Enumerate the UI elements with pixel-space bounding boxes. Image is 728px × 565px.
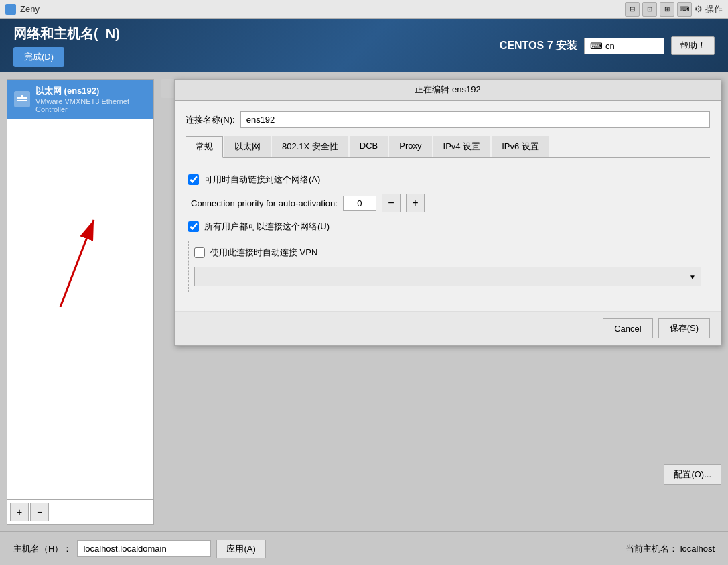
priority-label: Connection priority for auto-activation:	[191, 198, 338, 208]
sidebar-item-subtitle: VMware VMXNET3 Ethernet Controller	[35, 97, 147, 113]
remove-network-button[interactable]: −	[30, 503, 49, 521]
dialog-footer: Cancel 保存(S)	[175, 311, 721, 345]
tab-general-content: 可用时自动链接到这个网络(A) Connection priority for …	[186, 166, 710, 300]
auto-connect-label: 可用时自动链接到这个网络(A)	[204, 174, 320, 186]
keyboard-input[interactable]: ⌨ cn	[584, 38, 664, 54]
tabs: 常规 以太网 802.1X 安全性 DCB Proxy IP	[186, 136, 710, 158]
all-users-checkbox[interactable]	[188, 221, 199, 232]
priority-input[interactable]	[343, 196, 376, 211]
header-right: CENTOS 7 安装 ⌨ cn 帮助！	[500, 36, 715, 55]
vpn-checkbox[interactable]	[194, 247, 205, 258]
header-left: 网络和主机名(_N) 完成(D)	[13, 25, 120, 67]
sidebar-list: 以太网 (ens192) VMware VMXNET3 Ethernet Con…	[7, 79, 154, 499]
vpn-row: 使用此连接时自动连接 VPN	[194, 247, 701, 259]
titlebar-left: Zeny	[5, 4, 40, 15]
tab-8021x[interactable]: 802.1X 安全性	[272, 136, 348, 157]
svg-rect-0	[17, 100, 27, 101]
dialog-titlebar: 正在编辑 ens192	[175, 80, 721, 101]
ops-menu[interactable]: ⚙ 操作	[695, 3, 723, 15]
vpn-select[interactable]	[194, 267, 701, 286]
current-hostname-label: 当前主机名：	[626, 543, 678, 555]
fullscreen-button[interactable]: ⊞	[660, 2, 674, 17]
auto-connect-row: 可用时自动链接到这个网络(A)	[188, 174, 707, 186]
sidebar-item-info: 以太网 (ens192) VMware VMXNET3 Ethernet Con…	[35, 85, 147, 113]
keyboard-icon: ⌨	[590, 41, 603, 51]
svg-point-2	[21, 95, 23, 97]
app-title: Zeny	[20, 4, 40, 14]
hostname-section: 主机名（H）： 应用(A)	[13, 540, 266, 558]
keyboard-button[interactable]: ⌨	[677, 2, 692, 17]
minimize-button[interactable]: ⊟	[625, 2, 640, 17]
tab-ipv4[interactable]: IPv4 设置	[433, 136, 491, 157]
right-panel: 以太网 (ens192) 关闭 正在编辑 ens192 连接名称(N): 常规	[161, 79, 721, 525]
priority-row: Connection priority for auto-activation:…	[188, 194, 707, 212]
hostname-input[interactable]	[77, 540, 211, 557]
connection-name-label: 连接名称(N):	[186, 114, 235, 126]
bottom-bar: 主机名（H）： 应用(A) 当前主机名： localhost	[0, 531, 728, 565]
current-hostname: 当前主机名： localhost	[626, 543, 715, 555]
page-title: 网络和主机名(_N)	[13, 25, 120, 43]
sidebar-item-title: 以太网 (ens192)	[35, 85, 147, 97]
app-icon	[5, 4, 16, 15]
titlebar: Zeny ⊟ ⊡ ⊞ ⌨ ⚙ 操作	[0, 0, 728, 19]
titlebar-controls: ⊟ ⊡ ⊞ ⌨ ⚙ 操作	[625, 2, 723, 17]
config-button[interactable]: 配置(O)...	[664, 464, 721, 485]
edit-dialog: 正在编辑 ens192 连接名称(N): 常规 以太网	[174, 79, 721, 346]
sidebar-item-ens192[interactable]: 以太网 (ens192) VMware VMXNET3 Ethernet Con…	[7, 80, 153, 119]
config-area: 配置(O)...	[664, 464, 721, 485]
priority-increase-button[interactable]: +	[406, 194, 425, 212]
main-content: 以太网 (ens192) VMware VMXNET3 Ethernet Con…	[0, 72, 728, 531]
centos-label: CENTOS 7 安装	[500, 39, 577, 53]
top-header: 网络和主机名(_N) 完成(D) CENTOS 7 安装 ⌨ cn 帮助！	[0, 19, 728, 72]
all-users-row: 所有用户都可以连接这个网络(U)	[188, 221, 707, 233]
auto-connect-checkbox[interactable]	[188, 174, 199, 185]
sidebar-footer: + −	[7, 499, 154, 525]
connection-name-input[interactable]	[240, 111, 710, 128]
help-button[interactable]: 帮助！	[671, 36, 715, 55]
current-hostname-value: localhost	[680, 544, 715, 554]
all-users-label: 所有用户都可以连接这个网络(U)	[204, 221, 330, 233]
priority-decrease-button[interactable]: −	[382, 194, 401, 212]
tab-ethernet[interactable]: 以太网	[224, 136, 271, 157]
hostname-label: 主机名（H）：	[13, 543, 72, 555]
vpn-label: 使用此连接时自动连接 VPN	[210, 247, 317, 259]
tab-ipv6[interactable]: IPv6 设置	[492, 136, 549, 157]
add-network-button[interactable]: +	[10, 503, 29, 521]
vpn-dropdown	[194, 267, 701, 286]
sidebar: 以太网 (ens192) VMware VMXNET3 Ethernet Con…	[7, 79, 154, 525]
done-button[interactable]: 完成(D)	[13, 47, 64, 67]
cancel-button[interactable]: Cancel	[603, 318, 652, 338]
vpn-section: 使用此连接时自动连接 VPN	[188, 241, 707, 292]
dialog-body: 连接名称(N): 常规 以太网 802.1X 安全性 DCB	[175, 101, 721, 311]
save-button[interactable]: 保存(S)	[658, 318, 710, 338]
dialog-title: 正在编辑 ens192	[415, 84, 480, 95]
tab-proxy[interactable]: Proxy	[389, 136, 431, 157]
keyboard-value: cn	[605, 41, 615, 51]
connection-name-field: 连接名称(N):	[186, 111, 710, 128]
vpn-select-wrapper	[194, 267, 701, 286]
tab-dcb[interactable]: DCB	[350, 136, 388, 157]
maximize-button[interactable]: ⊡	[642, 2, 657, 17]
network-icon	[14, 91, 30, 107]
tab-general[interactable]: 常规	[186, 136, 223, 158]
apply-button[interactable]: 应用(A)	[216, 540, 265, 558]
svg-rect-1	[17, 97, 27, 99]
